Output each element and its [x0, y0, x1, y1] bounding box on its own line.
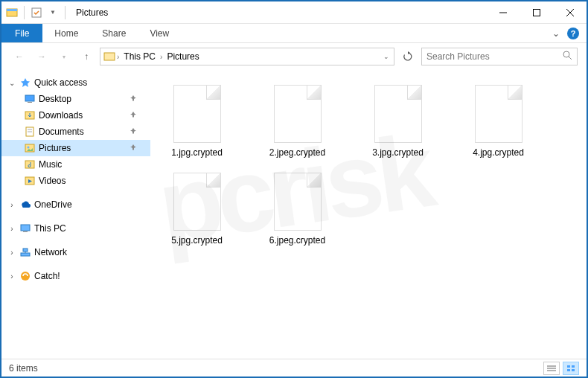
documents-icon — [24, 126, 36, 138]
svg-rect-29 — [567, 365, 570, 368]
help-icon[interactable]: ? — [567, 28, 579, 39]
chevron-right-icon[interactable]: › — [7, 272, 16, 281]
sidebar-item-label: Pictures — [39, 143, 71, 153]
chevron-right-icon[interactable]: › — [7, 225, 16, 233]
up-button[interactable]: ↑ — [77, 48, 95, 65]
pin-icon — [130, 126, 137, 137]
file-icon — [274, 85, 322, 143]
chevron-right-icon[interactable]: › — [7, 201, 16, 209]
pin-icon — [130, 143, 137, 153]
sidebar-item-label: Catch! — [34, 271, 60, 281]
close-button[interactable] — [553, 1, 587, 24]
titlebar: ▼ Pictures — [1, 1, 587, 24]
file-tab[interactable]: File — [1, 24, 42, 42]
quick-access-toolbar: ▼ Pictures — [1, 6, 112, 19]
file-name: 1.jpg.crypted — [171, 147, 223, 158]
sidebar-item-pictures[interactable]: Pictures — [1, 140, 150, 156]
svg-rect-23 — [23, 249, 28, 252]
onedrive-icon — [19, 199, 31, 211]
file-name: 3.jpg.crypted — [372, 147, 424, 158]
file-grid[interactable]: 1.jpg.crypted2.jpeg.crypted3.jpg.crypted… — [150, 70, 587, 357]
window-title: Pictures — [76, 7, 108, 18]
chevron-right-icon[interactable]: › — [117, 53, 119, 61]
sidebar-item-documents[interactable]: Documents — [1, 124, 150, 140]
tab-view[interactable]: View — [138, 24, 181, 42]
chevron-down-icon[interactable]: ⌄ — [7, 79, 16, 87]
file-name: 6.jpeg.crypted — [269, 235, 325, 246]
minimize-button[interactable] — [486, 1, 520, 24]
sidebar-item-label: OneDrive — [34, 199, 72, 210]
file-item[interactable]: 3.jpg.crypted — [359, 85, 437, 158]
svg-rect-31 — [567, 369, 570, 371]
navigation-bar: ← → ▾ ↑ › This PC › Pictures ⌄ — [1, 43, 587, 70]
body: ⌄ Quick access DesktopDownloadsDocuments… — [1, 70, 587, 357]
svg-rect-20 — [21, 225, 30, 231]
file-item[interactable]: 1.jpg.crypted — [158, 85, 236, 158]
svg-rect-1 — [7, 9, 17, 11]
svg-rect-4 — [533, 9, 540, 16]
sidebar-item-desktop[interactable]: Desktop — [1, 91, 150, 107]
svg-rect-21 — [23, 231, 28, 232]
sidebar-item-label: Music — [39, 159, 62, 170]
file-item[interactable]: 2.jpeg.crypted — [258, 85, 336, 158]
sidebar-item-label: Documents — [39, 126, 84, 137]
sidebar-item-label: Desktop — [39, 94, 71, 104]
sidebar-item-label: Downloads — [39, 110, 83, 121]
back-button[interactable]: ← — [10, 48, 28, 65]
sidebar-quick-access[interactable]: ⌄ Quick access — [1, 74, 150, 91]
desktop-icon — [24, 93, 36, 105]
properties-icon[interactable] — [31, 7, 42, 19]
file-name: 2.jpeg.crypted — [269, 147, 325, 158]
file-item[interactable]: 4.jpg.crypted — [459, 85, 537, 158]
forward-button[interactable]: → — [33, 48, 51, 65]
explorer-icon — [6, 7, 18, 19]
ribbon: File Home Share View ⌄ ? — [1, 24, 587, 43]
svg-point-17 — [28, 147, 30, 149]
breadcrumb-thispc[interactable]: This PC — [121, 51, 159, 62]
recent-dropdown[interactable]: ▾ — [55, 48, 73, 65]
search-icon[interactable] — [563, 51, 572, 63]
file-icon — [475, 85, 523, 143]
star-icon — [19, 77, 31, 89]
sidebar-item-thispc[interactable]: ›This PC — [1, 220, 150, 237]
tab-share[interactable]: Share — [90, 24, 138, 42]
refresh-button[interactable] — [399, 48, 417, 65]
sidebar-item-catch[interactable]: ›Catch! — [1, 268, 150, 284]
sidebar-item-downloads[interactable]: Downloads — [1, 107, 150, 124]
pin-icon — [130, 110, 137, 121]
sidebar-item-music[interactable]: Music — [1, 156, 150, 173]
catch-icon — [19, 270, 31, 282]
sidebar-item-onedrive[interactable]: ›OneDrive — [1, 196, 150, 213]
downloads-icon — [24, 109, 36, 121]
breadcrumb-pictures[interactable]: Pictures — [164, 51, 202, 62]
svg-rect-22 — [21, 253, 30, 256]
file-icon — [173, 85, 221, 143]
file-item[interactable]: 5.jpg.crypted — [158, 173, 236, 246]
pin-icon — [130, 94, 137, 104]
tab-home[interactable]: Home — [42, 24, 90, 42]
music-icon — [24, 158, 36, 170]
address-dropdown-icon[interactable]: ⌄ — [383, 53, 389, 60]
search-input[interactable] — [426, 51, 563, 62]
maximize-button[interactable] — [520, 1, 553, 24]
file-icon — [274, 173, 322, 231]
sidebar-item-videos[interactable]: Videos — [1, 173, 150, 189]
window-controls — [486, 1, 587, 24]
qat-dropdown-icon[interactable]: ▼ — [47, 7, 59, 19]
address-bar[interactable]: › This PC › Pictures ⌄ — [100, 48, 394, 65]
sidebar-item-network[interactable]: ›Network — [1, 244, 150, 260]
search-box[interactable] — [421, 48, 578, 65]
thumbnails-view-button[interactable] — [563, 362, 579, 375]
svg-rect-32 — [572, 369, 575, 371]
details-view-button[interactable] — [543, 362, 560, 375]
pictures-icon — [24, 142, 36, 154]
svg-rect-10 — [25, 95, 34, 101]
svg-rect-30 — [572, 365, 575, 368]
file-name: 5.jpg.crypted — [171, 235, 223, 246]
file-name: 4.jpg.crypted — [473, 147, 524, 158]
chevron-right-icon[interactable]: › — [160, 53, 162, 61]
location-icon — [103, 51, 115, 63]
ribbon-chevron-icon[interactable]: ⌄ — [552, 28, 560, 39]
chevron-right-icon[interactable]: › — [7, 249, 16, 257]
file-item[interactable]: 6.jpeg.crypted — [258, 173, 336, 246]
